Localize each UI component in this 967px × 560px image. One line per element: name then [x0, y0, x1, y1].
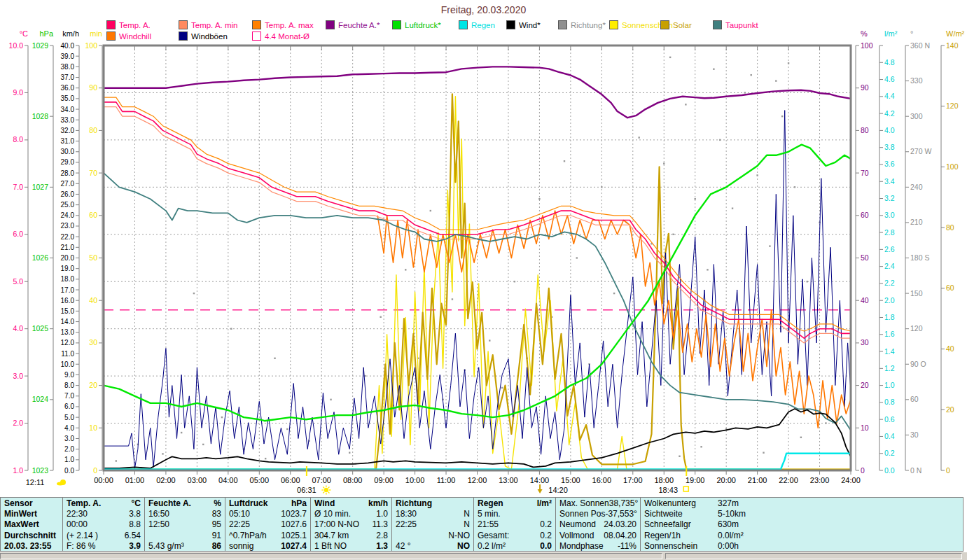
axis-label: 35.0: [61, 94, 75, 102]
axis-label: 0.0: [884, 466, 895, 475]
stat-label: Luftdruck: [229, 498, 267, 509]
axis-label: 21:00: [748, 476, 767, 484]
stat-label: Feuchte A.: [148, 498, 191, 509]
direction-dot: [672, 234, 674, 235]
stat-value: NO: [457, 541, 470, 551]
stat-label: Sichtweite: [644, 509, 718, 519]
axis-label: 14:00: [530, 476, 550, 484]
stat-row: sonnig1027.4: [229, 541, 307, 551]
direction-dot: [576, 257, 578, 258]
stat-row: 0.2 l/m²0.0: [478, 541, 552, 551]
axis-label: 0: [861, 466, 865, 475]
stat-value: 0.0l/m²: [718, 531, 744, 541]
stat-row: Feuchte A.%: [148, 498, 221, 509]
stat-row: Windkm/h: [314, 498, 388, 509]
axis-label: 30.0: [61, 148, 75, 155]
stat-value: 95: [212, 519, 221, 530]
stat-row: Regen/1h0.0l/m²: [644, 531, 959, 541]
axis-label: 0.4: [884, 432, 895, 440]
axis-label: 1027: [32, 183, 49, 191]
axis-label: 12:00: [468, 476, 487, 484]
stat-label: Sensor: [4, 498, 33, 509]
stat-value: 91: [212, 531, 221, 541]
axis-label: 01:00: [125, 476, 145, 484]
stat-row: MinWert: [4, 509, 59, 519]
stat-label: Durchschnitt: [4, 531, 56, 541]
direction-dot: [349, 452, 350, 454]
axis-label: 7.0: [13, 183, 23, 191]
axis-label: 40: [861, 296, 869, 304]
stat-row: Regenl/m²: [478, 498, 552, 509]
stat-label: Wind: [314, 498, 335, 509]
stat-row: 12:5095: [148, 519, 221, 530]
direction-dot: [800, 437, 802, 438]
stat-label: ^0.7hPa/h: [229, 531, 267, 541]
axis-label: 31.0: [61, 137, 75, 145]
axis-label: %: [861, 29, 868, 38]
stat-row: Richtung: [396, 498, 470, 509]
axis-label: 10.0: [61, 360, 75, 368]
stat-value: 630m: [718, 519, 739, 530]
axis-label: 40: [946, 344, 954, 353]
axis-label: 04:00: [218, 476, 238, 484]
axis-label: 18:00: [654, 476, 674, 484]
stat-value: N: [464, 509, 470, 519]
stat-value: 38,735°: [609, 498, 639, 509]
axis-label: 5.0: [64, 414, 74, 421]
axis-label: 1028: [32, 112, 49, 120]
axis-label: 07:00: [312, 476, 331, 484]
direction-dot: [601, 186, 602, 188]
stat-label: Vollmond: [559, 531, 594, 541]
axis-label: 15:00: [561, 476, 580, 484]
direction-dot: [221, 416, 223, 418]
stat-label: 05:10: [229, 509, 250, 519]
stat-label: 5.43 g/m³: [148, 541, 184, 551]
axis-label: 05:00: [250, 476, 270, 484]
axis-label: 90: [89, 83, 97, 92]
stat-row: Durchschnitt: [4, 531, 59, 541]
axis-label: 19.0: [61, 265, 75, 272]
chart-canvas[interactable]: 1.02.03.04.05.06.07.08.09.010.0°C1023102…: [0, 0, 967, 560]
direction-dot: [756, 174, 758, 176]
axis-label: °: [910, 29, 913, 38]
sun-icon: [328, 492, 330, 493]
axis-label: 9.0: [13, 88, 23, 97]
stat-value: -11%: [618, 541, 636, 551]
stat-label: 5 min.: [478, 509, 501, 519]
axis-label: 3.0: [64, 435, 74, 442]
axis-label: 26.0: [61, 190, 75, 198]
axis-label: 23.0: [61, 222, 75, 230]
stat-row: Sensor: [4, 498, 59, 509]
axis-label: 18:43: [658, 486, 678, 494]
axis-label: 3.0: [13, 372, 23, 380]
axis-label: 4.0: [884, 126, 895, 134]
axis-label: 16:00: [592, 476, 612, 484]
axis-label: 1.2: [884, 364, 895, 372]
axis-label: 0.8: [884, 398, 895, 406]
axis-label: 22.0: [61, 233, 75, 241]
axis-label: 150: [910, 289, 923, 298]
axis-label: 20: [946, 405, 954, 414]
axis-label: 0.6: [884, 415, 895, 424]
direction-dot: [564, 160, 565, 162]
stats-column: Max. Sonnen38,735°Sonnen Pos-37,553°Neum…: [555, 498, 640, 551]
stat-value: 0.2: [540, 531, 552, 541]
axis-label: 3.4: [884, 177, 895, 186]
axis-label: 21.0: [61, 244, 75, 251]
axis-label: 29.0: [61, 158, 75, 166]
stat-row: 05:101023.7: [229, 509, 307, 519]
axis-label: 22:00: [779, 476, 798, 484]
sun-icon: [328, 486, 330, 488]
stat-row: 1 Bft NO1.3: [314, 541, 388, 551]
axis-label: 11:00: [437, 476, 456, 484]
stat-row: Ø 10 min.1.0: [314, 509, 388, 519]
stat-value: 8.8: [129, 519, 141, 530]
stat-row: 22:251027.6: [229, 519, 307, 530]
axis-label: 13:00: [499, 476, 518, 484]
axis-label: 6.0: [64, 402, 74, 410]
axis-label: min: [90, 29, 102, 38]
direction-dot: [825, 422, 826, 424]
direction-dot: [669, 57, 671, 58]
direction-dot: [202, 444, 204, 445]
direction-dot: [781, 115, 783, 117]
